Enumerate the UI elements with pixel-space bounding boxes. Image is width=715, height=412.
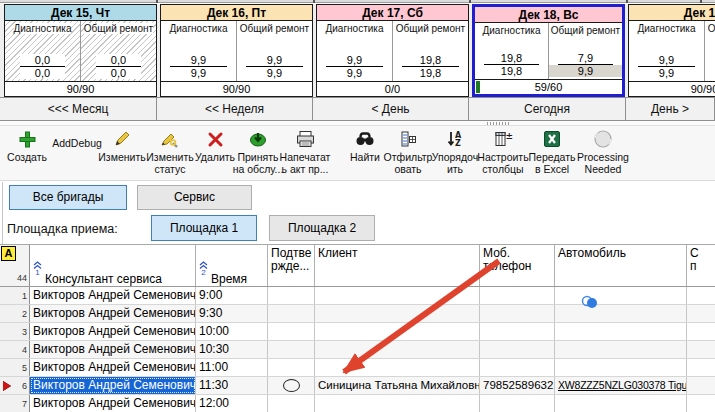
calendar-nav-row: <<< Месяц << Неделя < День Сегодня День … [0,97,715,121]
printer-icon [296,129,315,149]
diag-free-hours: 0,0 [20,54,65,67]
day-card-title: Дек 17, Сб [317,5,468,21]
columns-icon: ± [494,129,513,149]
clipped-top-strip [0,0,715,3]
repair-total-hours: 0,0 [96,67,141,79]
diag-total-hours: 9,9 [161,67,236,79]
nav-week-button[interactable]: << Неделя [156,97,313,121]
splitter-grip-icon[interactable] [487,122,511,125]
site-2-button[interactable]: Площадка 2 [269,215,375,241]
repair-label: Общий ремонт [84,23,153,34]
nav-day-forward-button[interactable]: День > [625,97,715,121]
consultant-cell[interactable]: Викторов Андрей Семенович [30,323,196,340]
diag-total-hours: 9,9 [317,67,392,79]
diag-free-hours: 9,9 [170,54,227,67]
day-total: 59/60 [475,79,622,94]
confirmation-radio-icon[interactable] [283,379,300,392]
client-cell[interactable]: Синицина Татьяна Михайловна [315,377,480,394]
day-total: 90/90 [5,81,156,96]
column-header-start-time[interactable]: 2 Время начала [196,245,268,286]
processing-circle-icon [593,129,613,149]
day-card-dec19[interactable]: Дек 19, Диагностика 9,9 9,9 Общий ремонт… [628,4,715,97]
repair-total-hours: 19,8 [393,67,468,79]
tab-all-brigades[interactable]: Все бригады [9,185,127,210]
phone-cell[interactable]: 79852589632 [480,377,555,394]
table-row[interactable]: 3 Викторов Андрей Семенович 10:00 [0,323,715,341]
day-card-dec15[interactable]: Дек 15, Чт Диагностика 0,0 0,0 Общий рем… [4,4,157,97]
diagnostics-label: Диагностика [326,23,384,34]
table-row[interactable]: 5 Викторов Андрей Семенович 11:00 [0,359,715,377]
consultant-cell[interactable]: Викторов Андрей Семенович [30,341,196,358]
nav-today-button[interactable]: Сегодня [468,97,626,121]
day-card-title: Дек 16, Пт [161,5,312,21]
strip-divider [156,0,158,3]
site-label: Площадка приема: [7,222,118,236]
consultant-cell[interactable]: Викторов Андрей Семенович [30,395,196,412]
diag-total-hours: 9,9 [629,67,704,79]
nav-month-button[interactable]: <<< Месяц [0,97,157,121]
repair-total-hours: 9,9 [549,65,622,77]
repair-free-hours: 0,0 [96,54,141,67]
time-cell[interactable]: 11:30 [196,377,268,394]
delete-x-icon [207,129,224,149]
table-row[interactable]: 7 Викторов Андрей Семенович 12:00 [0,395,715,412]
table-row[interactable]: 2 Викторов Андрей Семенович 9:30 [0,305,715,323]
diagnostics-label: Диагностика [14,23,72,34]
table-row[interactable]: 1 Викторов Андрей Семенович 9:00 [0,287,715,305]
car-cell[interactable]: XW8ZZZ5NZLG030378 Tiguan [555,377,687,394]
strip-divider [313,0,315,3]
strip-divider [469,0,471,3]
repair-free-hours: 7,9 [558,52,613,65]
time-cell[interactable]: 9:00 [196,287,268,304]
day-card-title: Дек 15, Чт [5,5,156,21]
column-header-status[interactable]: С п [687,245,715,286]
repair-free-hours: 19,8 [402,54,459,67]
column-header-client[interactable]: Клиент [315,245,480,286]
confirmed-cell[interactable] [268,377,315,394]
pencil-status-icon [160,129,180,149]
svg-text:±: ± [505,131,513,141]
time-cell[interactable]: 10:30 [196,341,268,358]
tab-service[interactable]: Сервис [137,185,252,210]
column-header-mobile[interactable]: Моб. телефон [480,245,555,286]
repair-free-hours: 9,9 [246,54,303,67]
print-act-button[interactable]: Напечатат ь акт пр... [273,129,337,175]
row-count: 44 [17,272,27,285]
repair-label: Общий ремонт [396,23,465,34]
table-row-selected[interactable]: 6 Викторов Андрей Семенович 11:30 Синици… [0,377,715,395]
diag-free-hours: 9,9 [326,54,383,67]
processing-needed-toggle[interactable]: Processing Needed [571,129,635,175]
time-cell[interactable]: 10:00 [196,323,268,340]
time-cell[interactable]: 11:00 [196,359,268,376]
repair-label: Общий ремонт [708,23,715,34]
svg-text:Z: Z [455,139,461,148]
diagnostics-label: Диагностика [483,25,541,36]
grid-corner-cell[interactable]: A 44 [0,245,30,286]
filter-panel: Все бригады Сервис Площадка приема: Площ… [2,182,715,244]
consultant-cell[interactable]: Викторов Андрей Семенович [30,305,196,322]
day-card-title: Дек 18, Вс [475,7,622,23]
sort-asc-icon: 1 [33,261,42,276]
day-card-dec18-selected[interactable]: Дек 18, Вс Диагностика 19,8 19,8 Общий р… [472,4,625,97]
nav-day-back-button[interactable]: < День [312,97,469,121]
excel-icon [543,129,561,149]
consultant-cell-selected[interactable]: Викторов Андрей Семенович [30,377,196,394]
day-card-dec16[interactable]: Дек 16, Пт Диагностика 9,9 9,9 Общий рем… [160,4,313,97]
car-link[interactable]: XW8ZZZ5NZLG030378 Tiguan [558,379,687,391]
day-card-dec17[interactable]: Дек 17, Сб Диагностика 9,9 9,9 Общий рем… [316,4,469,97]
time-cell[interactable]: 12:00 [196,395,268,412]
site-1-button[interactable]: Площадка 1 [151,215,257,241]
consultant-cell[interactable]: Викторов Андрей Семенович [30,287,196,304]
diag-free-hours: 19,8 [484,52,539,65]
consultant-cell[interactable]: Викторов Андрей Семенович [30,359,196,376]
select-all-badge[interactable]: A [1,246,16,261]
column-header-confirmed[interactable]: Подтве ржде... [268,245,315,286]
time-cell[interactable]: 9:30 [196,305,268,322]
day-total: 90/90 [629,81,715,96]
day-card-title: Дек 19, [629,5,715,21]
column-header-consultant[interactable]: 1 Консультант сервиса [30,245,196,286]
table-row[interactable]: 4 Викторов Андрей Семенович 10:30 [0,341,715,359]
column-header-car[interactable]: Автомобиль [555,245,687,286]
diag-total-hours: 0,0 [20,67,65,79]
filter-icon [399,129,418,149]
